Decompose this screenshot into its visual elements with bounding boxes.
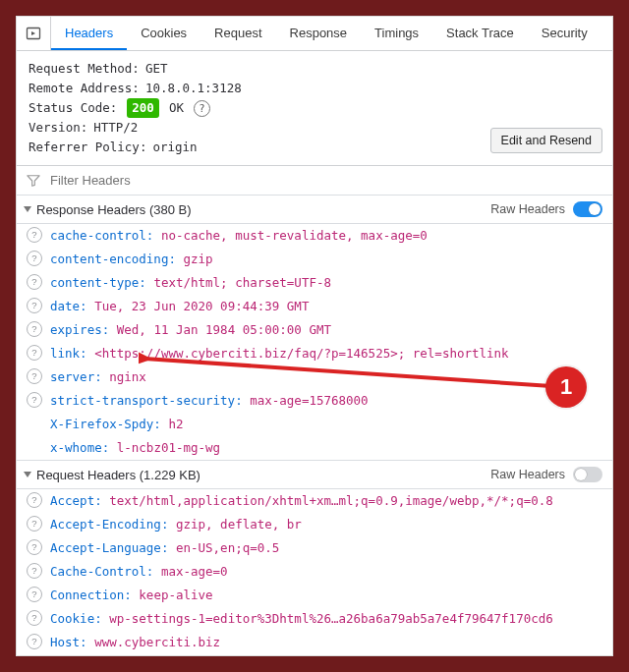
learn-more-icon[interactable]: ? (27, 251, 42, 266)
header-name: date (50, 299, 80, 313)
request-headers-section-header[interactable]: Request Headers (1.229 KB) Raw Headers (17, 460, 612, 489)
header-name: Connection (50, 588, 124, 602)
learn-more-icon[interactable]: ? (27, 587, 42, 602)
header-value: text/html,application/xhtml+xm…ml;q=0.9,… (109, 493, 553, 508)
tab-security[interactable]: Security (528, 17, 601, 50)
header-row: ?Accept-Language: en-US,en;q=0.5 (17, 536, 612, 560)
summary-referrer-policy-value: origin (152, 138, 197, 157)
header-kv: expires: Wed, 11 Jan 1984 05:00:00 GMT (50, 320, 600, 340)
summary-status-text: OK (169, 98, 184, 118)
toggle-pane-icon[interactable] (17, 17, 51, 50)
header-value: text/html; charset=UTF-8 (153, 275, 331, 290)
learn-more-icon[interactable]: ? (27, 563, 42, 579)
header-row: ?date: Tue, 23 Jun 2020 09:44:39 GMT (17, 295, 612, 318)
header-row: ?Connection: keep-alive (17, 584, 612, 607)
headers-scroll-area: Response Headers (380 B) Raw Headers ?ca… (17, 196, 612, 655)
header-kv: Cache-Control: max-age=0 (50, 562, 600, 582)
header-kv: Connection: keep-alive (50, 586, 600, 605)
edit-and-resend-button[interactable]: Edit and Resend (490, 128, 602, 153)
header-kv: Cookie: wp-settings-1=editor%3Dhtml%26…a… (50, 609, 600, 629)
learn-more-icon[interactable]: ? (27, 227, 42, 243)
header-name: cache-control (50, 228, 146, 243)
header-value: gzip, deflate, br (176, 517, 302, 532)
header-kv: x-whome: l-ncbz01-mg-wg (50, 438, 600, 458)
learn-more-icon[interactable]: ? (27, 321, 42, 337)
learn-more-icon[interactable]: ? (27, 539, 42, 555)
request-summary: Request Method: GET Remote Address: 10.8… (17, 51, 612, 166)
treetwisty-icon (24, 206, 31, 212)
tab-cookies[interactable]: Cookies (127, 17, 200, 50)
header-name: expires (50, 322, 102, 337)
header-name: X-Firefox-Spdy (50, 417, 153, 431)
header-row: ?Accept-Encoding: gzip, deflate, br (17, 513, 612, 536)
tab-stack-trace[interactable]: Stack Trace (432, 17, 528, 50)
tab-request[interactable]: Request (200, 17, 275, 50)
filter-headers-input[interactable] (48, 172, 602, 189)
header-row: ?cache-control: no-cache, must-revalidat… (17, 224, 612, 248)
raw-headers-toggle-response[interactable] (573, 201, 602, 217)
header-row: ?Accept: text/html,application/xhtml+xm…… (17, 489, 612, 513)
learn-more-icon[interactable]: ? (27, 610, 42, 626)
header-kv: link: <https://www.cyberciti.biz/faq/?p=… (50, 344, 600, 364)
learn-more-icon[interactable]: ? (27, 516, 42, 532)
learn-more-icon[interactable]: ? (27, 392, 42, 408)
header-kv: date: Tue, 23 Jun 2020 09:44:39 GMT (50, 297, 600, 316)
header-value: max-age=0 (161, 564, 228, 579)
tab-response[interactable]: Response (276, 17, 362, 50)
learn-more-icon[interactable]: ? (27, 274, 42, 290)
raw-headers-label: Raw Headers (490, 202, 565, 216)
header-name: link (50, 346, 80, 361)
raw-headers-toggle-request[interactable] (573, 467, 602, 482)
header-row: ?expires: Wed, 11 Jan 1984 05:00:00 GMT (17, 318, 612, 342)
header-name: x-whome (50, 440, 102, 455)
panel-icon (26, 26, 41, 41)
summary-status-code-label: Status Code: (29, 98, 117, 118)
header-row: x-whome: l-ncbz01-mg-wg (17, 436, 612, 460)
header-value: max-age=15768000 (250, 393, 368, 408)
header-kv: strict-transport-security: max-age=15768… (50, 391, 600, 411)
tab-headers[interactable]: Headers (51, 17, 127, 50)
request-headers-title: Request Headers (1.229 KB) (36, 468, 200, 482)
header-value: wp-settings-1=editor%3Dhtml%26…a26ba6a79… (109, 611, 553, 626)
request-headers-list: ?Accept: text/html,application/xhtml+xm…… (17, 489, 612, 655)
svg-marker-1 (31, 31, 35, 35)
header-row: ?strict-transport-security: max-age=1576… (17, 389, 612, 413)
learn-more-icon[interactable]: ? (27, 345, 42, 361)
summary-remote-address-label: Remote Address: (29, 79, 140, 98)
status-help-icon[interactable]: ? (194, 100, 210, 117)
header-row: ?content-encoding: gzip (17, 248, 612, 271)
summary-referrer-policy-label: Referrer Policy: (29, 138, 146, 157)
header-value: Wed, 11 Jan 1984 05:00:00 GMT (117, 322, 331, 337)
filter-headers-row (17, 166, 612, 196)
learn-more-icon[interactable]: ? (27, 368, 42, 384)
header-kv: X-Firefox-Spdy: h2 (50, 415, 600, 434)
devtools-panel: Headers Cookies Request Response Timings… (16, 16, 613, 656)
learn-more-icon[interactable]: ? (27, 298, 42, 313)
tab-timings[interactable]: Timings (361, 17, 432, 50)
learn-more-icon[interactable]: ? (27, 634, 42, 649)
summary-request-method-value: GET (145, 59, 168, 79)
header-value: Tue, 23 Jun 2020 09:44:39 GMT (94, 299, 309, 313)
header-value: l-ncbz01-mg-wg (117, 440, 220, 455)
raw-headers-label: Raw Headers (490, 468, 565, 481)
header-value: www.cyberciti.biz (94, 635, 220, 649)
header-kv: Host: www.cyberciti.biz (50, 633, 600, 652)
header-value: nginx (109, 369, 146, 384)
header-name: strict-transport-security (50, 393, 235, 408)
response-headers-section-header[interactable]: Response Headers (380 B) Raw Headers (17, 196, 612, 224)
header-name: content-encoding (50, 252, 168, 266)
header-value: en-US,en;q=0.5 (176, 540, 279, 555)
status-badge: 200 (127, 98, 159, 118)
header-kv: content-type: text/html; charset=UTF-8 (50, 273, 600, 293)
summary-remote-address-value: 10.8.0.1:3128 (145, 79, 242, 98)
header-kv: cache-control: no-cache, must-revalidate… (50, 226, 600, 246)
header-kv: Accept-Encoding: gzip, deflate, br (50, 515, 600, 534)
header-row: ?Cache-Control: max-age=0 (17, 560, 612, 584)
header-name: server (50, 369, 94, 384)
header-kv: Accept-Language: en-US,en;q=0.5 (50, 538, 600, 558)
learn-more-icon[interactable]: ? (27, 492, 42, 508)
header-name: Cache-Control (50, 564, 146, 579)
header-name: Accept-Encoding (50, 517, 161, 532)
header-row: ?Host: www.cyberciti.biz (17, 631, 612, 654)
header-name: Host (50, 635, 80, 649)
